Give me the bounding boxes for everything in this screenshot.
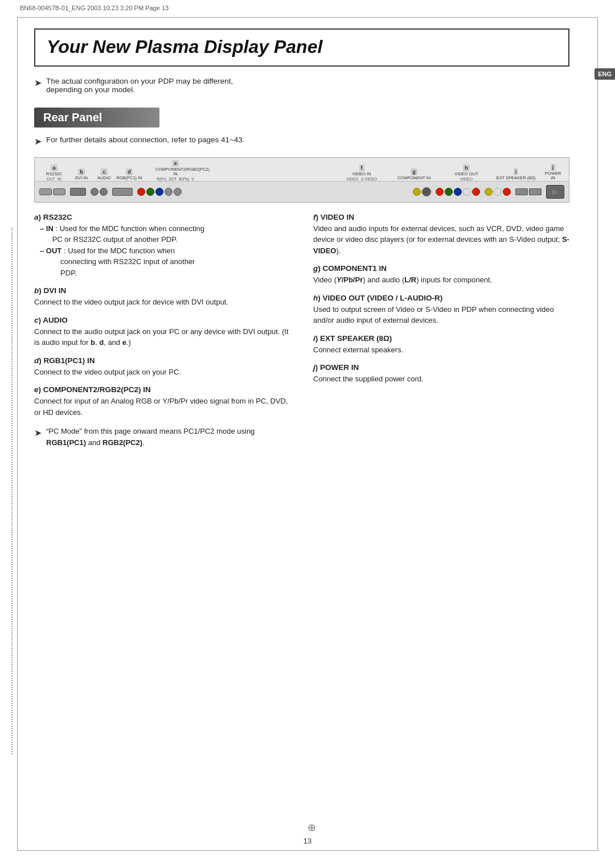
item-title-b: b) DVI IN	[34, 286, 290, 295]
letter-j: j	[551, 164, 556, 171]
page-title: Your New Plasma Display Panel	[47, 36, 557, 57]
port-group-f	[413, 187, 431, 196]
connection-note: ➤ For further details about connection, …	[34, 135, 569, 147]
port-rs232c-in	[53, 188, 65, 195]
port-group-d	[112, 188, 133, 196]
desc-item-a: a) RS232C – IN : Used for the MDC functi…	[34, 213, 290, 279]
desc-text-d: Connect to the video output jack on your…	[34, 367, 290, 378]
port-rs232c-out	[39, 188, 52, 195]
connection-note-arrow: ➤	[34, 136, 42, 147]
page-decoration	[11, 228, 16, 754]
label-b: b DVI IN	[70, 168, 93, 180]
desc-text-h: Used to output screen of Video or S-Vide…	[313, 304, 569, 326]
label-a: a RS232C OUTIN	[39, 164, 69, 180]
desc-item-d: d) RGB1(PC1) IN Connect to the video out…	[34, 356, 290, 378]
desc-item-b: b) DVI IN Connect to the video output ja…	[34, 286, 290, 308]
port-group-j	[546, 185, 564, 199]
port-comp1-audio-l	[463, 188, 471, 196]
pc-mode-text: “PC Mode” from this page onward means PC…	[46, 426, 290, 448]
port-audio-out-r	[503, 188, 511, 196]
doc-id: BN68-00457B-01_ENG 2003.10.23 3:20 PM Pa…	[20, 5, 169, 11]
port-comp1-audio-r	[472, 188, 480, 196]
letter-i: i	[514, 168, 519, 175]
page-number: 13	[304, 837, 311, 845]
letter-c: c	[101, 168, 107, 175]
desc-item-h: h) VIDEO OUT (VIDEO / L-AUDIO-R) Used to…	[313, 294, 569, 326]
port-audio-l	[91, 188, 99, 196]
label-g: g COMPONENT IN	[386, 168, 442, 180]
connection-note-text: For further details about connection, re…	[46, 135, 245, 144]
item-title-c: c) AUDIO	[34, 316, 290, 324]
port-group-b	[70, 188, 86, 196]
item-title-g: g) COMPONENT1 IN	[313, 264, 569, 273]
diagram-ports-row	[35, 182, 569, 202]
port-speaker-1	[515, 188, 528, 195]
desc-text-j: Connect the supplied power cord.	[313, 373, 569, 385]
port-video-in	[413, 188, 421, 196]
letter-g: g	[411, 168, 417, 175]
dash-in: – IN : Used for the MDC function when co…	[40, 223, 290, 245]
label-f: f VIDEO IN VIDEOS-VIDEO	[339, 164, 384, 180]
port-audio-r	[100, 188, 108, 196]
port-rgb1	[112, 188, 133, 196]
note-text: The actual configuration on your PDP may…	[46, 77, 233, 94]
port-group-i	[515, 188, 542, 195]
desc-text-c: Connect to the audio output jack on your…	[34, 326, 290, 348]
note-line: ➤ The actual configuration on your PDP m…	[34, 77, 569, 94]
rear-panel-diagram: a RS232C OUTIN b DVI IN c AUDIO d RGB(PC…	[34, 157, 569, 203]
bottom-crosshair: ⊕	[308, 821, 316, 834]
port-comp2-h	[165, 188, 173, 196]
desc-item-i: i) EXT SPEAKER (8Ω) Connect external spe…	[313, 334, 569, 356]
desc-col-left: a) RS232C – IN : Used for the MDC functi…	[34, 213, 290, 449]
port-group-h	[485, 188, 511, 196]
desc-item-g: g) COMPONENT1 IN Video (Y/Pb/Pr) and aud…	[313, 264, 569, 286]
dash-out: – OUT : Used for the MDC function when c…	[40, 245, 290, 279]
desc-text-g: Video (Y/Pb/Pr) and audio (L/R) inputs f…	[313, 274, 569, 286]
eng-badge: ENG	[594, 68, 615, 80]
label-j: j POWER IN	[543, 164, 563, 181]
label-e: e COMPONENT2/RGB2(PC2) IN R(Pr)SOTB(Pb)V	[144, 160, 207, 181]
label-c: c AUDIO	[94, 168, 114, 180]
item-title-j: j) POWER IN	[313, 363, 569, 372]
port-power	[546, 185, 564, 199]
title-box: Your New Plasma Display Panel	[34, 28, 569, 67]
item-title-d: d) RGB1(PC1) IN	[34, 356, 290, 365]
port-dvi	[70, 188, 86, 196]
desc-item-e: e) COMPONENT2/RGB2(PC2) IN Connect for i…	[34, 385, 290, 418]
letter-a: a	[51, 164, 57, 171]
port-group-a	[39, 188, 65, 195]
port-comp1-b	[454, 188, 462, 196]
desc-item-c: c) AUDIO Connect to the audio output jac…	[34, 316, 290, 348]
item-title-a: a) RS232C	[34, 213, 290, 221]
port-video-out	[485, 188, 493, 196]
item-title-h: h) VIDEO OUT (VIDEO / L-AUDIO-R)	[313, 294, 569, 302]
desc-item-j: j) POWER IN Connect the supplied power c…	[313, 363, 569, 385]
desc-text-e: Connect for input of an Analog RGB or Y/…	[34, 396, 290, 418]
diagram-labels-row: a RS232C OUTIN b DVI IN c AUDIO d RGB(PC…	[35, 158, 569, 182]
port-comp2-v	[174, 188, 182, 196]
pc-mode-note: ➤ “PC Mode” from this page onward means …	[34, 426, 290, 448]
label-d: d RGB(PC1) IN	[116, 168, 143, 180]
label-i: i EXT SPEAKER (8Ω)	[490, 168, 542, 180]
note-arrow: ➤	[34, 77, 42, 88]
port-comp1-r	[436, 188, 444, 196]
port-comp1-g	[445, 188, 453, 196]
port-svideo	[422, 187, 431, 196]
letter-h: h	[463, 164, 470, 171]
item-title-f: f) VIDEO IN	[313, 213, 569, 221]
letter-e: e	[172, 160, 178, 167]
desc-text-f: Video and audio inputs for external devi…	[313, 223, 569, 257]
descriptions: a) RS232C – IN : Used for the MDC functi…	[34, 213, 569, 449]
letter-b: b	[78, 168, 85, 175]
pc-mode-arrow: ➤	[34, 426, 42, 440]
desc-text-i: Connect external speakers.	[313, 344, 569, 356]
port-audio-out-l	[494, 188, 502, 196]
port-group-c	[91, 188, 108, 196]
port-comp2-r	[137, 188, 145, 196]
port-group-g	[436, 188, 480, 196]
port-comp2-b	[155, 188, 163, 196]
item-title-e: e) COMPONENT2/RGB2(PC2) IN	[34, 385, 290, 394]
desc-col-right: f) VIDEO IN Video and audio inputs for e…	[313, 213, 569, 449]
port-speaker-2	[529, 188, 542, 195]
label-h: h VIDEO OUT VIDEO	[444, 164, 489, 180]
